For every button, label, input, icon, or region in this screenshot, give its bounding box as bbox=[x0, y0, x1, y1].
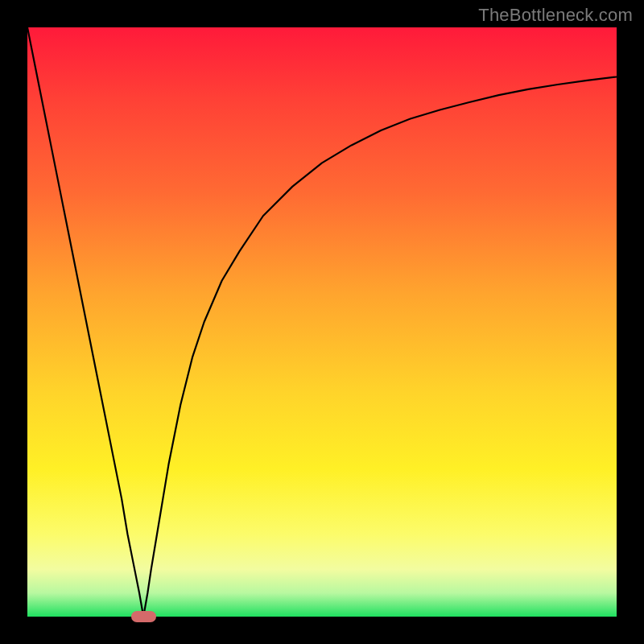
bottleneck-curve bbox=[27, 27, 617, 617]
curve-path bbox=[27, 27, 617, 617]
chart-frame: TheBottleneck.com bbox=[0, 0, 644, 644]
watermark-text: TheBottleneck.com bbox=[478, 5, 633, 26]
minimum-marker bbox=[131, 611, 156, 622]
plot-area bbox=[27, 27, 617, 617]
